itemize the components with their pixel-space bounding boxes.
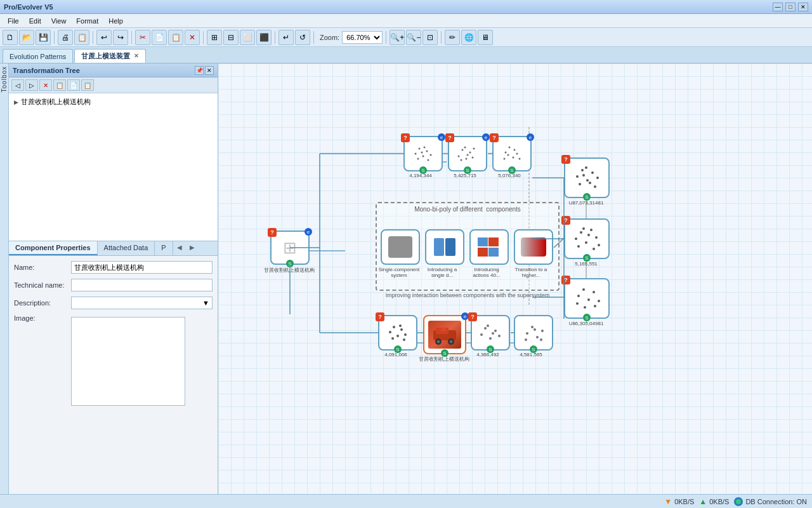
tb-open[interactable]: 📂 [19,30,34,45]
tb-undo[interactable]: ↩ [96,30,112,45]
tb-redo[interactable]: ↪ [113,30,128,45]
e-badge-n2: e [482,133,490,141]
tb-copy[interactable]: 📄 [152,30,167,45]
maximize-button[interactable]: □ [785,3,796,11]
node-n5[interactable]: ? S [564,218,610,259]
svg-point-50 [577,245,580,248]
node-intro-actions[interactable] [469,229,509,265]
node-puzzle[interactable]: ? e ⊞ S [270,231,310,265]
node-n8[interactable]: ? S [378,315,417,351]
description-input[interactable]: ▼ [71,297,213,309]
node-intro-single[interactable] [425,229,464,265]
node-n2[interactable]: ? e S [448,136,487,171]
node-transition-label: Transition to ahigher... [502,267,560,278]
tb-new[interactable]: 🗋 [3,30,18,45]
tree-close-button[interactable]: ✕ [205,66,214,75]
svg-point-107 [736,499,741,504]
svg-point-12 [426,150,428,152]
tree-btn-paste[interactable]: 📄 [67,79,80,91]
tb-cut[interactable]: ✂ [135,30,150,45]
tb-sep3 [131,31,132,44]
tb-save[interactable]: 💾 [36,30,51,45]
svg-point-23 [461,159,462,161]
svg-point-84 [492,332,494,335]
q-badge-n8: ? [376,312,384,321]
node-n1[interactable]: ? e S [403,136,443,171]
description-dropdown-arrow[interactable]: ▼ [202,299,209,307]
tab-attached-data[interactable]: Attached Data [98,241,155,255]
tb-paste[interactable]: 📋 [168,30,183,45]
tab-evolution-patterns[interactable]: Evolution Patterns [3,49,73,63]
menu-format[interactable]: Format [71,16,103,26]
tb-btn12[interactable]: ⬜ [240,30,255,45]
tb-btn11[interactable]: ⊟ [223,30,239,45]
tb-edit2[interactable]: 🌐 [461,30,476,45]
props-content: Name: Technical name: Description: ▼ Ima… [9,256,218,494]
tree-root-item[interactable]: ▶ 甘蔗收割机上横送机构 [11,96,215,108]
tabs-bar: Evolution Patterns 甘蔗上横送装置 ✕ [0,47,812,64]
svg-point-59 [598,300,600,302]
node-single-component[interactable] [381,229,420,265]
tree-btn-delete[interactable]: ✕ [39,79,52,91]
menu-edit[interactable]: Edit [24,16,46,26]
tb-zoom-fit[interactable]: ⊡ [422,30,438,45]
node-n6[interactable]: ? S [564,278,610,319]
zoom-container: Zoom: 66.70% 25% 50% 75% 100% [320,31,383,44]
menu-view[interactable]: View [46,16,72,26]
tree-pin-button[interactable]: 📌 [195,66,204,75]
tab-component-properties[interactable]: Component Properties [9,241,98,255]
tb-edit1[interactable]: ✏ [445,30,460,45]
tb-sep5 [275,31,275,44]
minimize-button[interactable]: — [773,3,783,11]
tb-btn5[interactable]: 📋 [74,30,89,45]
node-transition[interactable] [514,229,553,265]
svg-point-56 [582,288,585,291]
tb-btn13[interactable]: ⬛ [256,30,272,45]
e-badge-puzzle: e [304,228,312,236]
tb-btn4[interactable]: 🖨 [58,30,73,45]
svg-point-52 [598,244,600,246]
name-input[interactable] [71,261,213,274]
prop-name-row: Name: [14,261,213,274]
node-n3-label: 5,076,340 [481,173,538,178]
tb-btn14[interactable]: ↵ [278,30,294,45]
menu-help[interactable]: Help [103,16,128,26]
tb-edit3[interactable]: 🖥 [478,30,493,45]
zoom-select[interactable]: 66.70% 25% 50% 75% 100% [342,31,383,44]
svg-point-32 [508,154,509,156]
tab-main-diagram[interactable]: 甘蔗上横送装置 ✕ [74,49,146,63]
tb-btn10[interactable]: ⊞ [207,30,222,45]
tb-zoom-in[interactable]: 🔍+ [390,30,405,45]
tree-btn-new[interactable]: 📋 [81,79,94,91]
canvas-area[interactable]: Mono-bi-poly of different components Imp… [218,64,812,494]
node-n11[interactable]: S [514,315,553,351]
svg-point-39 [596,177,599,179]
scatter-n11 [521,322,546,344]
svg-point-88 [541,330,544,332]
svg-point-37 [586,179,589,182]
window-controls[interactable]: — □ ✕ [773,3,808,11]
tb-delete[interactable]: ✕ [185,30,200,45]
tab-p[interactable]: P [155,241,173,255]
tree-btn-copy[interactable]: 📋 [53,79,66,91]
tree-btn-forward[interactable]: ▷ [25,79,38,91]
tech-name-label: Technical name: [14,281,71,289]
tab-right-arrow[interactable]: ▶ [186,241,199,255]
tree-root-label: 甘蔗收割机上横送机构 [21,97,91,107]
toolbox-label[interactable]: Toolbox [1,66,8,92]
node-n3[interactable]: ? e S [492,136,532,171]
tab-left-arrow[interactable]: ◀ [173,241,186,255]
svg-point-40 [579,183,581,185]
close-button[interactable]: ✕ [798,3,808,11]
tb-btn15[interactable]: ↺ [295,30,310,45]
node-n10[interactable]: ? S [471,315,510,351]
tree-panel-controls[interactable]: 📌 ✕ [195,66,214,75]
tech-name-input[interactable] [71,279,213,291]
node-n4[interactable]: ? S [564,157,610,198]
node-n9[interactable]: e S [423,315,466,354]
tree-btn-back[interactable]: ◁ [11,79,24,91]
tab-close-icon[interactable]: ✕ [134,53,139,59]
menu-file[interactable]: File [3,16,24,26]
db-connection-status: DB Connection: ON [734,497,807,506]
tb-zoom-out[interactable]: 🔍− [406,30,421,45]
